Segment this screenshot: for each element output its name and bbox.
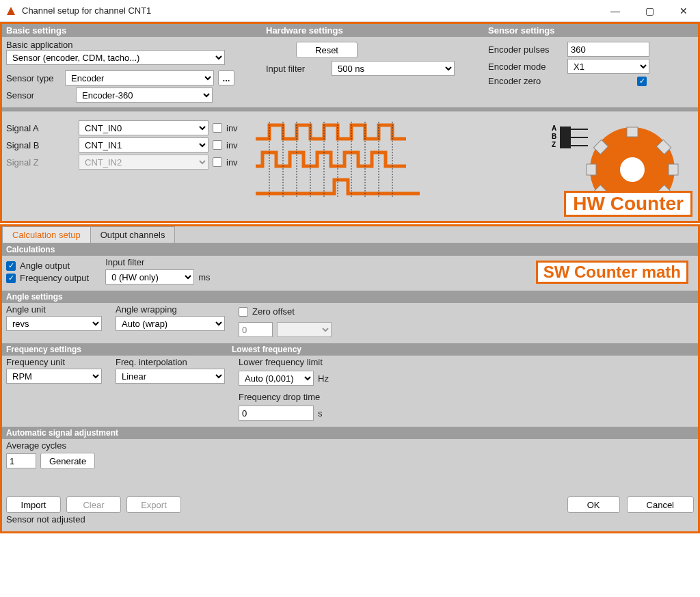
zero-offset-input: [239, 322, 273, 337]
lower-frequency-limit-label: Lower frequency limit: [239, 357, 329, 367]
freq-interpolation-select[interactable]: Linear: [116, 369, 225, 384]
svg-rect-20: [627, 127, 638, 137]
tab-calculation-setup[interactable]: Calculation setup: [2, 226, 91, 243]
input-filter-select[interactable]: 500 ns: [332, 61, 455, 76]
hz-unit: Hz: [318, 373, 329, 384]
close-button[interactable]: ✕: [673, 3, 695, 19]
basic-application-select[interactable]: Sensor (encoder, CDM, tacho...): [6, 50, 225, 65]
ms-unit: ms: [198, 272, 210, 282]
angle-settings-header: Angle settings: [2, 291, 698, 303]
encoder-pulses-input[interactable]: [567, 42, 649, 57]
angle-wrapping-label: Angle wrapping: [116, 304, 225, 315]
window-title: Channel setup for channel CNT1: [22, 5, 604, 16]
signal-z-inv-checkbox[interactable]: [213, 157, 222, 167]
svg-rect-26: [587, 164, 596, 175]
frequency-settings-header: Frequency settings: [2, 343, 228, 356]
svg-text:B: B: [552, 133, 556, 140]
basic-settings-header: Basic settings: [2, 24, 262, 37]
calc-input-filter-label: Input filter: [105, 257, 210, 267]
lower-frequency-limit-select[interactable]: Auto (0,001): [239, 371, 314, 386]
sensor-select[interactable]: Encoder-360: [76, 88, 213, 103]
encoder-mode-select[interactable]: X1: [567, 59, 649, 74]
average-cycles-label: Average cycles: [6, 440, 694, 451]
angle-unit-select[interactable]: revs: [6, 316, 102, 331]
angle-unit-label: Angle unit: [6, 304, 102, 315]
calc-input-filter-select[interactable]: 0 (HW only): [105, 269, 194, 284]
svg-marker-0: [7, 7, 15, 15]
zero-offset-checkbox[interactable]: [239, 307, 248, 317]
export-button: Export: [126, 496, 181, 513]
signal-a-label: Signal A: [6, 123, 75, 133]
basic-application-label: Basic application: [6, 40, 258, 50]
seconds-unit: s: [318, 408, 323, 419]
hardware-settings-header: Hardware settings: [262, 24, 484, 37]
sensor-settings-header: Sensor settings: [484, 24, 698, 37]
hw-counter-badge: HW Counter: [564, 191, 692, 217]
minimize-button[interactable]: —: [604, 3, 626, 19]
frequency-unit-label: Frequency unit: [6, 357, 102, 367]
zero-offset-label: Zero offset: [252, 306, 295, 317]
signal-b-inv-label: inv: [226, 140, 238, 150]
freq-interpolation-label: Freq. interpolation: [116, 357, 225, 367]
encoder-pulses-label: Encoder pulses: [488, 44, 563, 55]
frequency-unit-select[interactable]: RPM: [6, 369, 102, 384]
sensor-type-select[interactable]: Encoder: [65, 70, 214, 85]
automatic-signal-adjustment-header: Automatic signal adjustment: [2, 427, 698, 439]
signal-a-select[interactable]: CNT_IN0: [79, 120, 208, 135]
encoder-zero-label: Encoder zero: [488, 76, 563, 86]
signal-z-select: CNT_IN2: [79, 155, 208, 170]
signal-z-inv-label: inv: [226, 157, 238, 168]
angle-wrapping-select[interactable]: Auto (wrap): [116, 316, 225, 331]
signal-b-select[interactable]: CNT_IN1: [79, 137, 208, 152]
titlebar: Channel setup for channel CNT1 — ▢ ✕: [0, 0, 700, 22]
average-cycles-input[interactable]: [6, 453, 36, 468]
sensor-label: Sensor: [6, 90, 72, 101]
app-logo-icon: [5, 5, 16, 16]
frequency-output-label: Frequency output: [20, 273, 89, 283]
ok-button[interactable]: OK: [567, 496, 620, 513]
import-button[interactable]: Import: [6, 496, 61, 513]
sensor-type-label: Sensor type: [6, 73, 61, 83]
clear-button: Clear: [66, 496, 121, 513]
svg-point-19: [620, 157, 645, 182]
frequency-drop-time-label: Frequency drop time: [239, 392, 329, 402]
frequency-drop-time-input[interactable]: [239, 406, 314, 421]
svg-text:Z: Z: [552, 141, 556, 148]
angle-output-checkbox[interactable]: [6, 261, 16, 271]
signal-b-inv-checkbox[interactable]: [213, 140, 222, 150]
svg-text:A: A: [552, 124, 556, 132]
signal-a-inv-checkbox[interactable]: [213, 123, 222, 133]
signal-waveform-diagram: [252, 118, 543, 214]
sensor-type-more-button[interactable]: ...: [218, 70, 234, 85]
frequency-output-checkbox[interactable]: [6, 274, 16, 283]
encoder-mode-label: Encoder mode: [488, 62, 563, 72]
sw-counter-badge: SW Counter math: [536, 261, 688, 284]
zero-offset-unit-select: [277, 322, 332, 337]
svg-rect-22: [669, 164, 678, 175]
calculations-header: Calculations: [2, 243, 698, 256]
signal-b-label: Signal B: [6, 140, 75, 150]
hw-counter-panel: Basic settings Hardware settings Sensor …: [0, 22, 700, 223]
tab-output-channels[interactable]: Output channels: [90, 226, 176, 243]
maximize-button[interactable]: ▢: [638, 3, 660, 19]
sensor-status-text: Sensor not adjusted: [6, 514, 694, 525]
input-filter-label: Input filter: [266, 64, 327, 74]
generate-button[interactable]: Generate: [40, 453, 95, 469]
reset-button[interactable]: Reset: [296, 42, 358, 58]
svg-rect-14: [560, 127, 571, 148]
cancel-button[interactable]: Cancel: [627, 496, 694, 513]
lowest-frequency-header: Lowest frequency: [228, 343, 698, 356]
sw-counter-panel: Calculation setup Output channels Calcul…: [0, 224, 700, 533]
signal-z-label: Signal Z: [6, 157, 75, 168]
angle-output-label: Angle output: [20, 261, 70, 271]
encoder-zero-checkbox[interactable]: [637, 77, 647, 86]
signal-a-inv-label: inv: [226, 123, 238, 133]
